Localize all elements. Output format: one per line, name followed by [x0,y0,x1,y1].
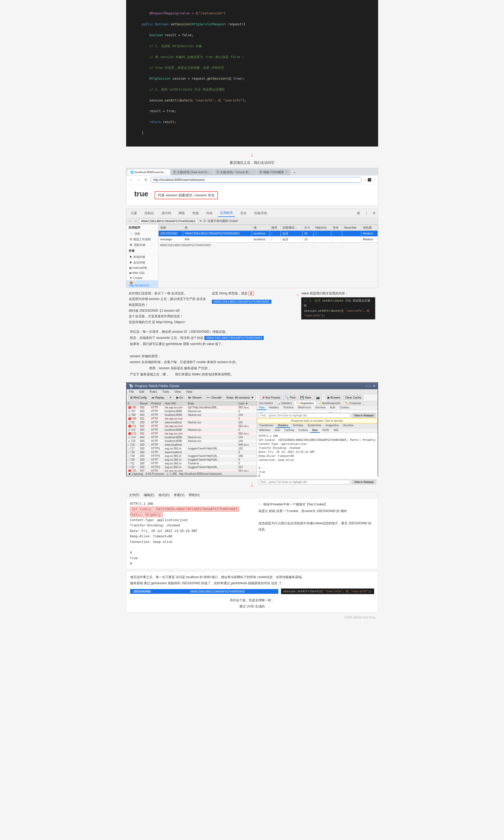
menu-help[interactable]: Help [184,389,195,394]
subtab-cookies[interactable]: Cookies [338,406,351,410]
tab-close-icon-4[interactable]: ✕ [286,171,288,174]
sidebar-item-web-sql[interactable]: ▶ Web SQL [126,270,158,275]
resp-tab-transformer[interactable]: Transformer [257,423,276,428]
table-row[interactable]: ⚠ 715404HTTPlocalhost:8080/favicon.ico14… [127,439,256,443]
table-row[interactable]: □ 722200HTTPSsug.so.360.cn/suggest?word=… [127,465,256,469]
resp-view-raw[interactable]: Raw [310,428,320,433]
browse-button[interactable]: ▶ Browse [326,395,342,400]
resp-tab-syntaxview[interactable]: SyntaxView [305,423,323,428]
table-row[interactable]: ⚠ 708404HTTPlocalhost:8080/favicon.ico14… [127,413,256,417]
table-row[interactable]: □ 718200HTTPwww.localhost0 [127,450,256,454]
devtools-cookie-filter-checkbox[interactable]: ☑ [203,219,206,223]
subtab-raw[interactable]: Raw [257,406,267,410]
view-notepad-response-btn[interactable]: View in Notepad [352,480,376,484]
screenshot-button[interactable]: 📷 [314,395,322,400]
table-row[interactable]: 🔴 709502HTTPise.sap.so.com0 [127,417,256,421]
menu-edit[interactable]: Edit [137,389,147,394]
devtools-tab-memory[interactable]: 内存 [204,210,215,217]
url-bar[interactable] [150,177,362,183]
table-row[interactable]: □ 710200HTTPwww.localhost/favicon.ico191 [127,421,256,424]
devtools-tab-perf-detail[interactable]: 性能详情 [252,210,269,217]
menu-file-label[interactable]: 文件(F) [129,493,140,497]
browser-tab-2[interactable]: ② 主题(深色) Dark And Grey(#... ✕ [170,169,213,175]
resp-tab-imageview[interactable]: ImageView [323,423,341,428]
devtools-tab-network[interactable]: 网络 [176,210,187,217]
save-button[interactable]: 💾 Save [298,395,313,400]
clear-cache-button[interactable]: Clear Cache [343,395,363,400]
resp-view-json[interactable]: JSON [320,428,331,433]
view-notepad-request-btn[interactable]: View in Notepad [352,413,376,418]
subtab-headers[interactable]: Headers [267,406,281,410]
remove-button[interactable]: ✕ [167,395,174,400]
decode-button[interactable]: ⟵ Decode [205,395,223,400]
subtab-auth[interactable]: Auth [328,406,338,410]
browser-tab-active[interactable]: 🌐 localhost:8080/user/setses... ✕ [127,169,170,175]
cookie-row-message[interactable]: message 666 localhost / 会话 10 Medium [158,236,378,242]
menu-view-label[interactable]: 查看(V) [174,493,184,497]
sidebar-item-localhost[interactable]: 🍪 http://localhost:8... [126,280,158,288]
subtab-hexview[interactable]: HexView [313,406,328,410]
menu-icon[interactable]: ⋮ [373,178,376,182]
menu-format-label[interactable]: 格式(O) [159,493,169,497]
table-row[interactable]: □ 717200HTTPSsug.so.360.cn/suggest?word=… [127,446,256,450]
back-button[interactable]: ← [128,177,134,183]
fiddler-maximize-icon[interactable]: □ [369,384,371,388]
devtools-tab-console[interactable]: 控制台 [142,210,156,217]
resp-view-auth[interactable]: Auth [272,428,282,433]
subtab-webforms[interactable]: WebForms [296,406,313,410]
menu-edit-label[interactable]: 编辑(E) [144,493,154,497]
find-request-input[interactable] [259,413,350,418]
bookmark-icon[interactable]: ☆ [363,178,366,182]
resp-tab-textview[interactable]: TextView [290,423,305,428]
replay-button[interactable]: ⏮ Replay [149,395,166,400]
devtools-settings-icon[interactable]: ⚙ [357,211,360,215]
sidebar-item-sw[interactable]: ⚙都是工作进程 [126,237,158,242]
cookie-row-jsessionid[interactable]: JSESSIONID 488AC59614B01C066A0F637640650… [158,230,378,236]
find-response-input[interactable] [259,480,350,484]
resp-view-caching[interactable]: Caching [282,428,296,433]
table-row[interactable]: 🔴 723502HTTPise.sap.so.com582 no-c [127,469,256,472]
table-row[interactable]: □ 716200HTTPwww.localhost546 no-c [127,443,256,446]
table-row[interactable]: ⚠ 712404HTTPlocalhost:8080/favicon.ico0 [127,428,256,432]
devtools-tab-elements[interactable]: 元素 [128,210,139,217]
table-row[interactable]: ⚠ 714404HTTPlocalhost:8080/favicon.ico14… [127,435,256,439]
table-row[interactable]: □ 720200HTTPaug.so.360.cn/suggest?word=h… [127,458,256,461]
menu-file[interactable]: File [127,389,137,394]
table-row[interactable]: 🔴 711502HTTPise.sap.so.com582 no-c [127,424,256,428]
browser-tab-4[interactable]: ④ 视频-CSDN播客 ✕ [257,169,291,175]
tab-inspectors[interactable]: ✏️ Inspectors [294,401,316,405]
menu-tools[interactable]: Tools [160,389,172,394]
menu-help-label[interactable]: 帮助(H) [189,493,200,497]
table-row[interactable]: 🔴 713502HTTPise.sap.so.com582 no-c [127,432,256,435]
devtools-tab-sources[interactable]: 源代码 [159,210,173,217]
winconfig-button[interactable]: ⊞ WinConfig [128,395,149,400]
any-process-button[interactable]: 📌 Any Process [260,395,282,400]
forward-button[interactable]: → [136,177,142,183]
tab-add-button[interactable]: + [291,169,298,175]
devtools-tab-security[interactable]: 安全 [238,210,249,217]
find-button[interactable]: 🔍 Find [283,395,297,400]
resp-tab-hexview[interactable]: HexView [341,423,356,428]
resp-view-xml[interactable]: XML [331,428,341,433]
menu-rules[interactable]: Rules [147,389,160,394]
reload-button[interactable]: ↻ [143,177,149,183]
subtab-textview[interactable]: TextView [281,406,296,410]
table-row[interactable]: ⚠ 707404HTTPlocalhost:8080/favicon.ico0 [127,409,256,413]
devtools-url-filter[interactable] [139,219,198,224]
resp-tab-headers[interactable]: Headers [276,423,290,428]
tab-get-started[interactable]: Get Started [257,401,275,405]
browser-tab-3[interactable]: ① 主题(深色): Tomcat 和 HTTP... ✕ [214,169,256,175]
sidebar-item-indexeddb[interactable]: ▶ IndexedDB [126,265,158,270]
menu-view[interactable]: View [172,389,184,394]
fiddler-close-icon[interactable]: ✕ [373,384,376,388]
sidebar-item-local-storage[interactable]: ▶ 本地存储 [126,254,158,260]
devtools-nav-forward[interactable]: → [134,219,138,223]
devtools-nav-back[interactable]: ← [128,219,132,223]
go-button[interactable]: ▶ Go [175,395,185,400]
devtools-close-icon[interactable]: ✕ [373,211,376,215]
tab-composer[interactable]: ✏️ Composer [343,401,364,405]
stream-button[interactable]: ⟴ Stream [186,395,203,400]
table-row[interactable]: 🔴 706502HTTPise.sap.so.com/sj/*?http://l… [127,406,256,409]
fiddler-session-table[interactable]: # Result Protocol Host URL Body Cach ▼ 🔴… [127,401,257,472]
resp-view-cookies[interactable]: Cookies [296,428,310,433]
